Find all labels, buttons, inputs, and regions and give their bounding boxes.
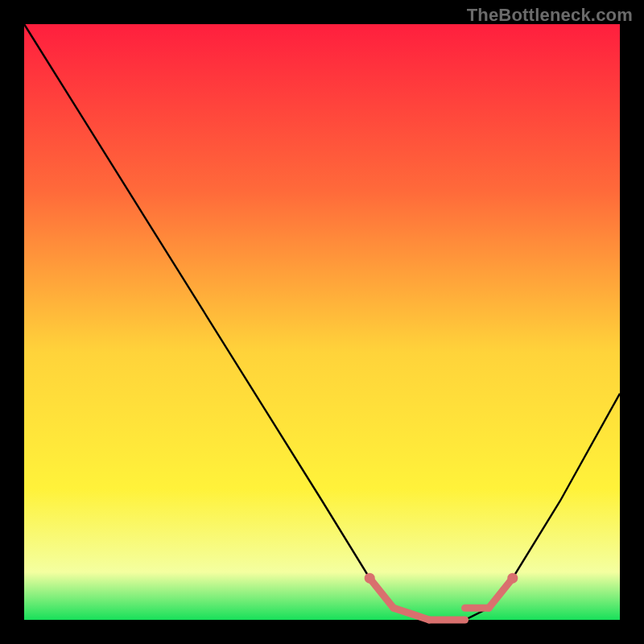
highlight-point	[507, 573, 518, 584]
chart-svg	[0, 0, 644, 644]
highlight-point	[365, 573, 375, 584]
chart-container: TheBottleneck.com	[0, 0, 644, 644]
plot-area	[24, 24, 620, 620]
watermark-text: TheBottleneck.com	[467, 5, 633, 26]
